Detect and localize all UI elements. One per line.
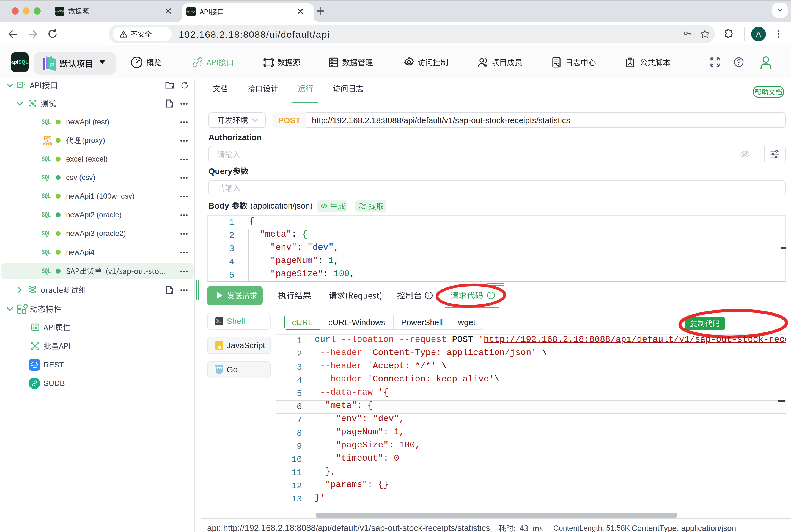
svg-text:API: API — [45, 137, 50, 140]
svg-text:REST: REST — [31, 364, 37, 366]
svg-text:P: P — [50, 61, 54, 69]
